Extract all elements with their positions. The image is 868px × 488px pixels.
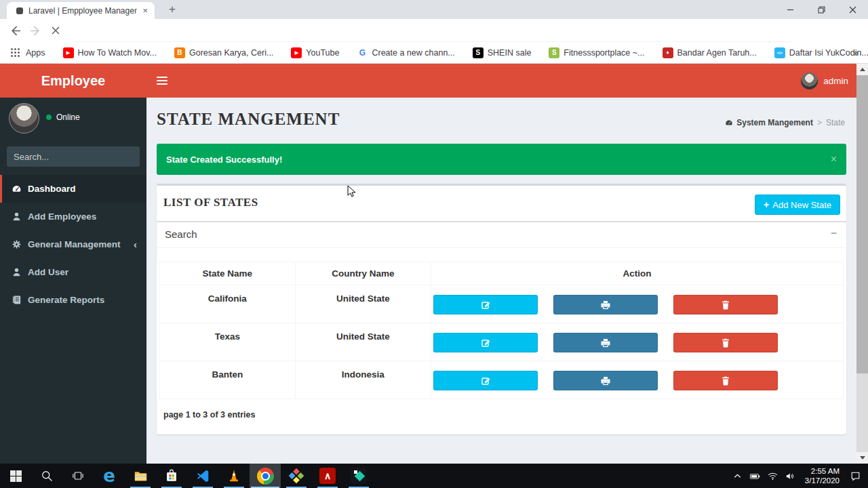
edge-button[interactable]: e — [94, 464, 125, 488]
bookmark-apps[interactable]: Apps — [26, 48, 45, 58]
col-header-country: Country Name — [295, 262, 431, 285]
chrome-icon — [257, 468, 274, 485]
col-header-action: Action — [431, 262, 844, 285]
bookmark-item[interactable]: Bandar Agen Taruh... — [663, 47, 757, 58]
apps-grid-icon[interactable] — [11, 48, 20, 58]
sidebar-item-dashboard[interactable]: Dashboard — [0, 175, 146, 203]
chrome-button[interactable] — [250, 464, 281, 488]
edit-icon — [480, 300, 491, 310]
search-input[interactable] — [14, 152, 133, 162]
minimize-button[interactable] — [774, 0, 806, 19]
youtube-icon — [63, 47, 74, 58]
filmora-button[interactable] — [343, 464, 374, 488]
close-icon[interactable] — [837, 0, 868, 19]
print-button[interactable] — [553, 333, 658, 352]
sidebar-item-add-user[interactable]: Add User — [0, 258, 146, 286]
content: STATE MANGEMENT System Mangement > State… — [146, 98, 856, 464]
taskbar-clock[interactable]: 2:55 AM 3/17/2020 — [800, 466, 846, 485]
box-title: LIST OF STATES — [163, 196, 258, 209]
acrobat-button[interactable]: ∧ — [312, 464, 343, 488]
edit-button[interactable] — [433, 333, 538, 352]
forward-button[interactable] — [28, 24, 42, 37]
breadcrumb-current: State — [826, 118, 845, 127]
battery-icon[interactable] — [747, 464, 764, 488]
app-navbar: admin — [146, 64, 856, 98]
poker-chip-icon — [663, 47, 673, 58]
col-header-state: State Name — [160, 262, 296, 285]
edit-icon — [480, 338, 491, 348]
hamburger-menu-icon[interactable] — [146, 64, 178, 98]
diamond-app-button[interactable] — [281, 464, 312, 488]
bookmark-item[interactable]: How To Watch Mov... — [63, 47, 157, 58]
tab-close-icon[interactable]: × — [141, 5, 149, 16]
vlc-button[interactable] — [218, 464, 250, 488]
scrollbar[interactable] — [856, 64, 868, 464]
sidebar-search[interactable] — [7, 146, 140, 167]
scroll-up-arrow[interactable] — [856, 64, 868, 75]
bookmarks-overflow-chevron[interactable]: » — [853, 47, 859, 58]
delete-button[interactable] — [673, 295, 778, 314]
file-explorer-button[interactable] — [125, 464, 156, 488]
user-panel: Online — [0, 98, 146, 145]
edit-button[interactable] — [433, 371, 538, 390]
gear-icon — [12, 239, 22, 249]
bookmark-item[interactable]: YouTube — [291, 47, 339, 58]
bookmark-item[interactable]: Create a new chann... — [357, 47, 454, 58]
add-new-state-button[interactable]: + Add New State — [755, 195, 840, 215]
collapse-minus-icon[interactable]: − — [831, 227, 837, 239]
breadcrumb-parent[interactable]: System Mangement — [736, 118, 813, 127]
bookmarks-bar: Apps How To Watch Mov... Goresan Karya, … — [0, 42, 868, 64]
delete-button[interactable] — [673, 333, 778, 352]
bookmark-item[interactable]: Goresan Karya, Ceri... — [174, 47, 273, 58]
sidebar-item-label: Add User — [28, 267, 68, 277]
scroll-down-arrow[interactable] — [856, 452, 868, 464]
stop-loading-button[interactable] — [49, 24, 62, 37]
breadcrumb: System Mangement > State — [725, 118, 845, 127]
bookmark-item[interactable]: SHEIN sale — [473, 47, 532, 58]
search-panel: Search − — [157, 222, 846, 248]
task-view-icon — [71, 469, 85, 483]
volume-icon[interactable] — [782, 464, 800, 488]
user-icon — [12, 267, 22, 277]
sidebar-item-general-management[interactable]: General Management ‹ — [0, 230, 146, 258]
bookmark-item[interactable]: Fitnesssportplace ~... — [549, 47, 644, 58]
print-button[interactable] — [553, 371, 658, 390]
sidebar-item-label: Generate Reports — [28, 295, 104, 305]
filmora-icon — [351, 468, 367, 484]
country-name-cell: United State — [295, 323, 431, 361]
wifi-icon[interactable] — [764, 464, 782, 488]
tab-favicon — [16, 7, 23, 14]
table-row: Texas United State — [160, 323, 844, 361]
browser-tab[interactable]: Laravel | Empployee Managemen × — [7, 2, 155, 19]
alert-message: State Created Successfully! — [166, 155, 282, 165]
folder-icon — [133, 468, 149, 484]
sidebar-item-add-employees[interactable]: Add Employees — [0, 203, 146, 230]
sidebar-menu: Dashboard Add Employees General Manageme… — [0, 175, 146, 314]
brand-logo[interactable]: Employee — [0, 64, 146, 98]
task-view-button[interactable] — [62, 464, 94, 488]
start-button[interactable] — [0, 464, 31, 488]
plus-icon: + — [764, 199, 769, 210]
taskbar-search-button[interactable] — [31, 464, 62, 488]
alert-close-icon[interactable]: × — [831, 153, 837, 165]
breadcrumb-separator: > — [817, 118, 822, 127]
scrollbar-thumb[interactable] — [856, 75, 868, 373]
sidebar-item-generate-reports[interactable]: Generate Reports — [0, 286, 146, 314]
print-button[interactable] — [553, 295, 658, 314]
table-row: Banten Indonesia — [160, 361, 844, 399]
back-button[interactable] — [8, 24, 22, 37]
microsoft-store-button[interactable] — [156, 464, 187, 488]
pagination-info: page 1 to 3 of 3 entries — [159, 399, 844, 434]
sidebar: Employee Online Dashboard Add Employees — [0, 64, 146, 464]
action-center-icon[interactable] — [846, 464, 864, 488]
new-tab-button[interactable]: + — [163, 0, 182, 19]
tray-chevron-up-icon[interactable] — [729, 464, 747, 488]
restore-button[interactable] — [806, 0, 837, 19]
delete-button[interactable] — [673, 371, 778, 390]
states-box: LIST OF STATES + Add New State Search − — [157, 184, 846, 434]
edge-icon: e — [103, 467, 115, 485]
search-panel-title: Search — [165, 228, 197, 240]
edit-button[interactable] — [433, 295, 538, 314]
navbar-user-menu[interactable]: admin — [801, 64, 848, 98]
vscode-button[interactable] — [187, 464, 218, 488]
